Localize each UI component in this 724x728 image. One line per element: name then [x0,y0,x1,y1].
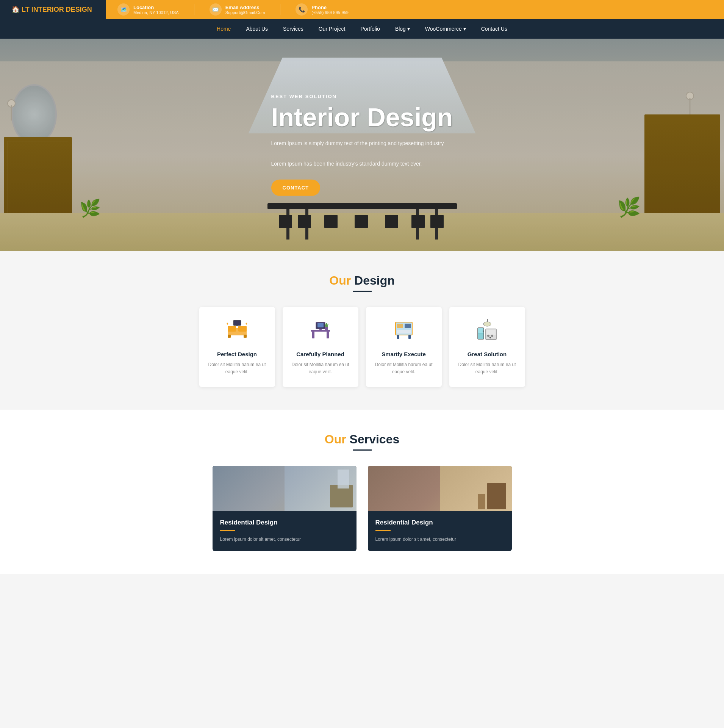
design-title-underline [353,291,372,292]
location-label: Location [133,5,179,10]
service-card-title-0: Residential Design [220,519,349,526]
svg-rect-15 [325,327,328,330]
svg-point-35 [489,337,491,338]
nav-item-home[interactable]: Home [209,20,238,38]
nav-link-blog[interactable]: Blog ▾ [388,20,418,38]
brand-lt: 🏠 LT [11,6,30,13]
hero-title: Interior Design [271,103,453,132]
service-card-body-0: Residential Design Lorem ipsum dolor sit… [213,511,357,551]
svg-rect-2 [238,326,247,332]
svg-rect-28 [478,328,483,333]
svg-rect-23 [397,335,399,339]
our-services-section: Our Services Residential Design Lorem ip… [0,410,724,573]
nav-link-project[interactable]: Our Project [311,20,353,38]
svg-rect-30 [483,330,483,332]
phone-icon: 📞 [296,3,308,16]
nav-link-contact[interactable]: Contact Us [474,20,515,38]
design-card-title-0: Perfect Design [207,351,267,357]
email-text: Email Address Support@Gmail.Com [225,5,265,15]
phone-text: Phone (+555) 959-595-959 [311,5,349,15]
design-card-title-1: Carefully Planned [290,351,351,357]
location-icon: 🗺️ [117,3,130,16]
svg-rect-14 [319,329,322,330]
svg-rect-7 [233,320,241,326]
services-section-title: Our Services [15,432,709,446]
design-title-our: Our [329,274,351,287]
service-card-body-1: Residential Design Lorem ipsum dolor sit… [368,511,512,551]
nav-item-services[interactable]: Services [275,20,311,38]
design-card-desc-3: Dolor sit Mollitia harum ea ut eaque vel… [457,361,518,376]
design-title-main: Design [351,274,395,287]
service-card-underline-1 [375,530,391,531]
svg-rect-13 [317,323,324,327]
nav-item-portfolio[interactable]: Portfolio [353,20,388,38]
location-info: 🗺️ Location Medina, NY 10012, USA [117,3,179,16]
nav-item-about[interactable]: About Us [238,20,275,38]
top-bar: 🏠 LT INTERIOR DESIGN 🗺️ Location Medina,… [0,0,724,19]
service-card-desc-1: Lorem ipsum dolor sit amet, consectetur [375,536,504,543]
phone-label: Phone [311,5,349,10]
svg-point-33 [487,335,489,337]
services-cards-container: Residential Design Lorem ipsum dolor sit… [192,466,533,551]
design-card-desc-2: Dolor sit Mollitia harum ea ut eaque vel… [374,361,434,376]
design-card-3: Great Solution Dolor sit Mollitia harum … [449,307,525,387]
design-card-icon-2 [374,318,434,346]
nav-item-project[interactable]: Our Project [311,20,353,38]
phone-info: 📞 Phone (+555) 959-595-959 [296,3,349,16]
nav-link-woo[interactable]: WooCommerce ▾ [418,20,474,38]
location-value: Medina, NY 10012, USA [133,10,179,15]
service-card-1: Residential Design Lorem ipsum dolor sit… [368,466,512,551]
svg-rect-22 [397,330,411,333]
hero-cta-button[interactable]: CONTACT [271,180,321,196]
nav-item-woo[interactable]: WooCommerce ▾ [418,20,474,38]
nav-item-contact[interactable]: Contact Us [474,20,515,38]
design-card-icon-3 [457,318,518,346]
brand-area: 🏠 LT INTERIOR DESIGN [0,0,106,19]
svg-rect-32 [486,330,496,335]
email-icon: ✉️ [210,3,222,16]
service-card-img-0 [213,466,357,511]
design-cards-container: ✦ ✦ Perfect Design Dolor sit Mollitia ha… [192,307,533,387]
location-text: Location Medina, NY 10012, USA [133,5,179,15]
brand-logo: 🏠 LT INTERIOR DESIGN [11,5,92,14]
svg-rect-10 [312,332,314,338]
design-card-icon-1 [290,318,351,346]
svg-rect-29 [478,333,483,339]
our-design-section: Our Design ✦ ✦ Pe [0,251,724,410]
nav-link-portfolio[interactable]: Portfolio [353,20,388,38]
design-card-desc-0: Dolor sit Mollitia harum ea ut eaque vel… [207,361,267,376]
hero-section: 🌿 🌿 BEST WEB SOLUTION Interior Design Lo… [0,39,724,251]
svg-point-26 [483,322,491,326]
hero-desc1: Lorem Ipsum is simply dummy text of the … [271,139,453,148]
svg-point-34 [491,335,493,337]
services-title-main: Services [346,432,400,446]
svg-rect-11 [327,332,329,338]
svg-rect-1 [228,326,236,332]
svg-rect-21 [405,324,411,328]
svg-text:✦: ✦ [245,322,248,326]
service-card-0: Residential Design Lorem ipsum dolor sit… [213,466,357,551]
service-card-desc-0: Lorem ipsum dolor sit amet, consectetur [220,536,349,543]
top-bar-info: 🗺️ Location Medina, NY 10012, USA ✉️ Ema… [106,0,724,19]
design-card-title-3: Great Solution [457,351,518,357]
svg-rect-4 [244,335,247,338]
service-card-underline-0 [220,530,235,531]
email-info: ✉️ Email Address Support@Gmail.Com [210,3,265,16]
nav-list: Home About Us Services Our Project Portf… [209,20,515,38]
svg-rect-3 [228,335,231,338]
svg-line-18 [327,324,328,327]
divider-1 [194,4,194,15]
nav-link-home[interactable]: Home [209,20,238,38]
service-card-img-1 [368,466,512,511]
nav-item-blog[interactable]: Blog ▾ [388,20,418,38]
hero-desc2: Lorem Ipsum has been the industry's stan… [271,159,453,168]
hero-content: BEST WEB SOLUTION Interior Design Lorem … [249,94,476,196]
design-card-desc-1: Dolor sit Mollitia harum ea ut eaque vel… [290,361,351,376]
design-card-2: Smartly Execute Dolor sit Mollitia harum… [366,307,442,387]
nav-link-about[interactable]: About Us [238,20,275,38]
nav-link-services[interactable]: Services [275,20,311,38]
email-value: Support@Gmail.Com [225,10,265,15]
hero-subtitle: BEST WEB SOLUTION [271,94,453,99]
services-title-underline [353,449,372,451]
svg-rect-8 [236,325,238,326]
